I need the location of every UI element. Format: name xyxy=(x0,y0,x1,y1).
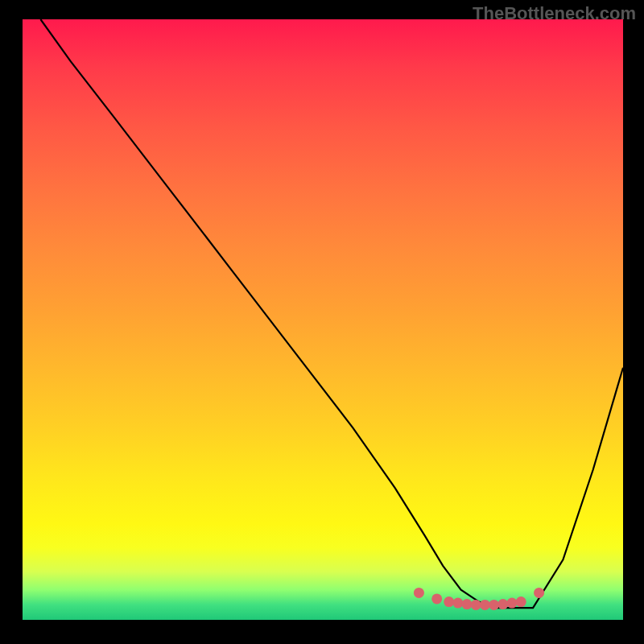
bottleneck-curve xyxy=(40,19,623,608)
optimal-markers xyxy=(414,588,544,610)
chart-svg xyxy=(23,19,623,620)
optimal-marker xyxy=(507,598,518,609)
optimal-marker xyxy=(534,588,544,598)
chart-container: TheBottleneck.com xyxy=(0,0,644,644)
optimal-marker xyxy=(497,599,508,609)
optimal-marker xyxy=(444,597,454,607)
curve-layer xyxy=(40,19,623,608)
optimal-marker xyxy=(414,588,424,598)
plot-area xyxy=(23,19,623,620)
optimal-marker xyxy=(431,593,442,604)
optimal-marker xyxy=(480,600,490,610)
optimal-marker xyxy=(452,598,463,609)
optimal-marker xyxy=(471,600,481,610)
watermark-text: TheBottleneck.com xyxy=(473,3,636,24)
optimal-marker xyxy=(462,599,473,609)
optimal-marker xyxy=(516,597,526,607)
optimal-marker xyxy=(489,600,499,610)
